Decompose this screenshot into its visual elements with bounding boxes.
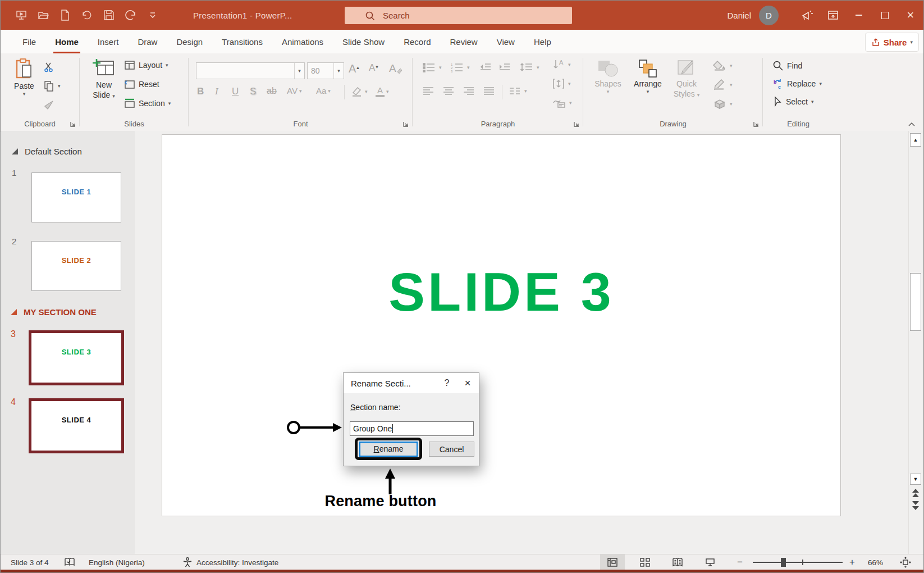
new-slide-button[interactable]: New Slide ▾ [88, 58, 120, 99]
language-indicator[interactable]: English (Nigeria) [89, 554, 145, 570]
tab-insert[interactable]: Insert [88, 30, 129, 53]
section-collapse-icon[interactable] [12, 148, 18, 154]
dialog-close-icon[interactable]: × [456, 377, 479, 389]
slide-thumbnail-3[interactable]: SLIDE 3 [29, 330, 124, 385]
new-file-icon[interactable] [59, 9, 71, 21]
tab-view[interactable]: View [487, 30, 524, 53]
scroll-up-icon[interactable]: ▲ [910, 133, 921, 147]
paragraph-dialog-launcher-icon[interactable] [573, 121, 580, 128]
scrollbar-thumb[interactable] [910, 273, 921, 331]
feedback-megaphone-icon[interactable] [794, 1, 820, 30]
paste-button[interactable]: Paste ▾ [10, 58, 39, 96]
save-icon[interactable] [103, 9, 115, 21]
tab-animations[interactable]: Animations [272, 30, 333, 53]
shape-fill-button[interactable]: ▾ [713, 60, 733, 71]
search-box[interactable]: Search [345, 7, 572, 24]
shape-outline-button[interactable]: ▾ [713, 79, 733, 90]
zoom-in-button[interactable]: + [849, 554, 855, 570]
numbering-button[interactable]: 123 ▾ [450, 62, 470, 72]
align-left-button[interactable] [422, 86, 434, 96]
find-button[interactable]: Find [772, 60, 802, 71]
maximize-button[interactable] [872, 1, 898, 30]
dialog-help-icon[interactable]: ? [437, 378, 456, 388]
slide-show-view-icon[interactable] [698, 554, 722, 570]
font-name-combo[interactable]: ▾ [196, 62, 305, 79]
zoom-slider-thumb[interactable] [781, 558, 786, 567]
italic-button[interactable]: I [215, 86, 218, 97]
text-direction-button[interactable]: A ▾ [552, 59, 571, 70]
columns-button[interactable]: ▾ [509, 86, 527, 96]
section-button[interactable]: Section ▾ [124, 98, 171, 108]
justify-button[interactable] [483, 86, 495, 96]
copy-button[interactable]: ▾ [43, 80, 61, 92]
highlight-color-button[interactable]: ▾ [351, 86, 368, 97]
close-button[interactable]: × [898, 1, 923, 30]
tab-draw[interactable]: Draw [128, 30, 167, 53]
decrease-indent-button[interactable] [479, 62, 492, 72]
slide-thumbnail-2[interactable]: SLIDE 2 [31, 241, 121, 291]
reset-button[interactable]: Reset [124, 79, 159, 89]
tab-record[interactable]: Record [394, 30, 440, 53]
section-name-input[interactable]: Group One [350, 421, 474, 436]
dialog-titlebar[interactable]: Rename Secti... ? × [344, 373, 479, 393]
character-spacing-button[interactable]: AV▾ [287, 86, 301, 96]
align-text-button[interactable]: ▾ [552, 78, 571, 89]
scroll-down-icon[interactable]: ▼ [910, 474, 921, 485]
slide-title-text[interactable]: SLIDE 3 [162, 261, 840, 324]
slide-counter[interactable]: Slide 3 of 4 [11, 554, 49, 570]
shapes-button[interactable]: Shapes ▾ [592, 59, 624, 94]
vertical-scrollbar[interactable]: ▲ ▼ [908, 131, 923, 554]
minimize-button[interactable] [846, 1, 872, 30]
strikethrough-button[interactable]: ab [267, 86, 277, 96]
open-icon[interactable] [37, 9, 49, 21]
reading-view-icon[interactable] [665, 554, 690, 570]
next-slide-icon[interactable] [911, 501, 921, 511]
clipboard-dialog-launcher-icon[interactable] [70, 121, 76, 128]
section-header-default[interactable]: Default Section [12, 147, 82, 156]
tab-design[interactable]: Design [167, 30, 212, 53]
section-collapse-icon[interactable] [11, 309, 17, 315]
fit-slide-to-window-icon[interactable] [900, 554, 911, 570]
collapse-ribbon-icon[interactable] [905, 120, 918, 129]
bullets-button[interactable]: ▾ [422, 62, 442, 72]
layout-button[interactable]: Layout ▾ [124, 60, 168, 70]
accessibility-icon[interactable] [182, 554, 193, 570]
arrange-button[interactable]: Arrange ▾ [630, 59, 666, 94]
text-shadow-button[interactable]: S [250, 86, 256, 97]
shrink-font-button[interactable]: A▾ [369, 62, 378, 74]
tab-help[interactable]: Help [524, 30, 561, 53]
share-button[interactable]: Share ▾ [865, 33, 919, 52]
current-slide[interactable]: SLIDE 3 [162, 134, 841, 516]
bold-button[interactable]: B [197, 86, 204, 97]
tab-slide-show[interactable]: Slide Show [333, 30, 394, 53]
zoom-slider-track[interactable] [753, 562, 843, 563]
quick-styles-button[interactable]: Quick Styles ▾ [669, 59, 704, 98]
section-header-my-section-one[interactable]: MY SECTION ONE [11, 307, 97, 317]
zoom-level[interactable]: 66% [868, 554, 883, 570]
spell-check-icon[interactable] [64, 554, 75, 570]
font-dialog-launcher-icon[interactable] [402, 121, 409, 128]
underline-button[interactable]: U [232, 86, 239, 97]
font-size-combo[interactable]: 80 ▾ [307, 62, 344, 79]
rename-button[interactable]: Rename [359, 442, 418, 457]
cut-button[interactable] [43, 61, 54, 72]
accessibility-status[interactable]: Accessibility: Investigate [196, 554, 278, 570]
convert-smartart-button[interactable]: ▾ [552, 97, 572, 108]
normal-view-icon[interactable] [600, 554, 625, 570]
tab-transitions[interactable]: Transitions [212, 30, 272, 53]
align-right-button[interactable] [463, 86, 475, 96]
line-spacing-button[interactable]: ▾ [520, 62, 539, 72]
cancel-button[interactable]: Cancel [429, 442, 474, 457]
ribbon-display-options-icon[interactable] [820, 1, 846, 30]
customize-qat-icon[interactable] [147, 9, 159, 21]
avatar[interactable]: D [759, 6, 779, 25]
slide-sorter-view-icon[interactable] [633, 554, 657, 570]
font-color-button[interactable]: A ▾ [376, 86, 389, 97]
zoom-out-button[interactable]: − [737, 554, 743, 570]
align-center-button[interactable] [442, 86, 455, 96]
format-painter-button[interactable] [43, 99, 54, 111]
tab-file[interactable]: File [13, 30, 45, 53]
slide-thumbnail-4[interactable]: SLIDE 4 [29, 398, 124, 453]
undo-icon[interactable] [81, 9, 93, 21]
tab-home[interactable]: Home [45, 30, 88, 53]
